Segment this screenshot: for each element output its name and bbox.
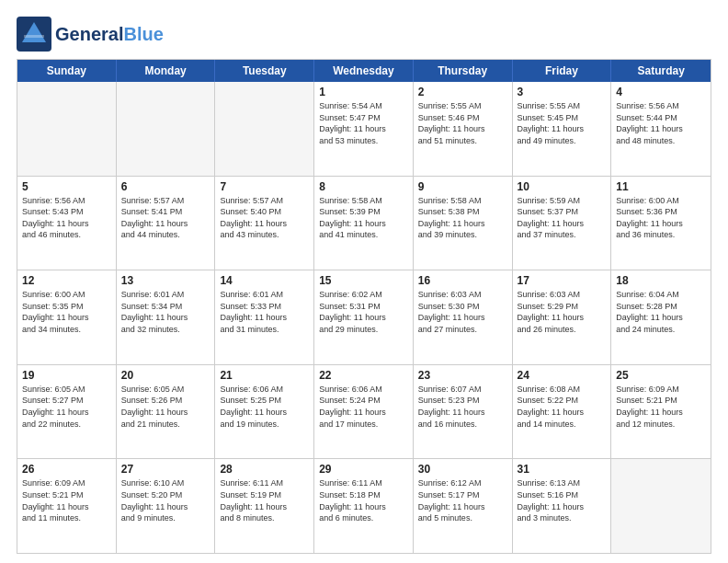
day-info: Sunrise: 5:56 AMSunset: 5:44 PMDaylight:…: [616, 100, 706, 146]
calendar-empty-cell: [117, 82, 216, 176]
calendar-day-12: 12Sunrise: 6:00 AMSunset: 5:35 PMDayligh…: [17, 270, 117, 364]
day-number: 18: [616, 274, 706, 287]
calendar-day-31: 31Sunrise: 6:13 AMSunset: 5:16 PMDayligh…: [513, 459, 612, 553]
day-info: Sunrise: 6:06 AMSunset: 5:24 PMDaylight:…: [319, 384, 408, 430]
calendar-day-24: 24Sunrise: 6:08 AMSunset: 5:22 PMDayligh…: [513, 365, 612, 459]
day-number: 25: [616, 369, 706, 382]
day-info: Sunrise: 6:04 AMSunset: 5:28 PMDaylight:…: [616, 289, 706, 335]
calendar-day-25: 25Sunrise: 6:09 AMSunset: 5:21 PMDayligh…: [611, 365, 711, 459]
header-day-tuesday: Tuesday: [215, 60, 314, 82]
header: GeneralBlue: [17, 17, 711, 52]
calendar-day-23: 23Sunrise: 6:07 AMSunset: 5:23 PMDayligh…: [414, 365, 513, 459]
calendar-empty-cell: [215, 82, 314, 176]
day-info: Sunrise: 5:55 AMSunset: 5:46 PMDaylight:…: [418, 100, 507, 146]
calendar-day-17: 17Sunrise: 6:03 AMSunset: 5:29 PMDayligh…: [513, 270, 612, 364]
day-number: 9: [418, 180, 507, 193]
day-info: Sunrise: 6:07 AMSunset: 5:23 PMDaylight:…: [418, 384, 507, 430]
logo-area: GeneralBlue: [17, 17, 164, 52]
calendar-day-15: 15Sunrise: 6:02 AMSunset: 5:31 PMDayligh…: [314, 270, 414, 364]
logo-icon: [17, 17, 51, 52]
calendar-day-8: 8Sunrise: 5:58 AMSunset: 5:39 PMDaylight…: [314, 177, 414, 270]
calendar-day-27: 27Sunrise: 6:10 AMSunset: 5:20 PMDayligh…: [117, 459, 216, 553]
calendar-day-22: 22Sunrise: 6:06 AMSunset: 5:24 PMDayligh…: [314, 365, 414, 459]
calendar-day-14: 14Sunrise: 6:01 AMSunset: 5:33 PMDayligh…: [215, 270, 314, 364]
day-info: Sunrise: 6:03 AMSunset: 5:30 PMDaylight:…: [418, 289, 507, 335]
day-info: Sunrise: 6:08 AMSunset: 5:22 PMDaylight:…: [518, 384, 607, 430]
day-info: Sunrise: 5:58 AMSunset: 5:39 PMDaylight:…: [319, 195, 408, 241]
day-number: 7: [220, 180, 309, 193]
day-info: Sunrise: 5:57 AMSunset: 5:41 PMDaylight:…: [121, 195, 210, 241]
header-day-wednesday: Wednesday: [314, 60, 414, 82]
day-number: 30: [418, 463, 507, 476]
day-info: Sunrise: 5:55 AMSunset: 5:45 PMDaylight:…: [518, 100, 607, 146]
calendar-day-9: 9Sunrise: 5:58 AMSunset: 5:38 PMDaylight…: [414, 177, 513, 270]
day-number: 15: [319, 274, 408, 287]
day-info: Sunrise: 6:00 AMSunset: 5:36 PMDaylight:…: [616, 195, 706, 241]
day-info: Sunrise: 6:10 AMSunset: 5:20 PMDaylight:…: [121, 477, 210, 523]
calendar-day-11: 11Sunrise: 6:00 AMSunset: 5:36 PMDayligh…: [611, 177, 711, 270]
day-number: 26: [22, 463, 111, 476]
calendar-day-2: 2Sunrise: 5:55 AMSunset: 5:46 PMDaylight…: [414, 82, 513, 176]
day-number: 23: [418, 369, 507, 382]
calendar-day-1: 1Sunrise: 5:54 AMSunset: 5:47 PMDaylight…: [314, 82, 414, 176]
calendar-body: 1Sunrise: 5:54 AMSunset: 5:47 PMDaylight…: [17, 82, 711, 553]
day-number: 3: [518, 86, 607, 98]
day-number: 29: [319, 463, 408, 476]
calendar-day-21: 21Sunrise: 6:06 AMSunset: 5:25 PMDayligh…: [215, 365, 314, 459]
day-number: 24: [518, 369, 607, 382]
calendar-row-4: 19Sunrise: 6:05 AMSunset: 5:27 PMDayligh…: [17, 365, 711, 460]
day-info: Sunrise: 5:57 AMSunset: 5:40 PMDaylight:…: [220, 195, 309, 241]
calendar-row-3: 12Sunrise: 6:00 AMSunset: 5:35 PMDayligh…: [17, 270, 711, 365]
calendar-day-4: 4Sunrise: 5:56 AMSunset: 5:44 PMDaylight…: [611, 82, 711, 176]
calendar-day-6: 6Sunrise: 5:57 AMSunset: 5:41 PMDaylight…: [117, 177, 216, 270]
day-info: Sunrise: 6:01 AMSunset: 5:34 PMDaylight:…: [121, 289, 210, 335]
day-number: 6: [121, 180, 210, 193]
day-info: Sunrise: 6:13 AMSunset: 5:16 PMDaylight:…: [518, 477, 607, 523]
day-info: Sunrise: 6:02 AMSunset: 5:31 PMDaylight:…: [319, 289, 408, 335]
calendar-empty-cell: [611, 459, 711, 553]
page: GeneralBlue SundayMondayTuesdayWednesday…: [0, 0, 728, 563]
day-info: Sunrise: 5:59 AMSunset: 5:37 PMDaylight:…: [518, 195, 607, 241]
day-info: Sunrise: 6:05 AMSunset: 5:27 PMDaylight:…: [22, 384, 111, 430]
day-info: Sunrise: 5:58 AMSunset: 5:38 PMDaylight:…: [418, 195, 507, 241]
calendar: SundayMondayTuesdayWednesdayThursdayFrid…: [17, 59, 711, 554]
day-info: Sunrise: 6:03 AMSunset: 5:29 PMDaylight:…: [518, 289, 607, 335]
calendar-day-29: 29Sunrise: 6:11 AMSunset: 5:18 PMDayligh…: [314, 459, 414, 553]
day-info: Sunrise: 6:00 AMSunset: 5:35 PMDaylight:…: [22, 289, 111, 335]
header-day-monday: Monday: [117, 60, 216, 82]
day-number: 20: [121, 369, 210, 382]
calendar-empty-cell: [17, 82, 117, 176]
calendar-day-10: 10Sunrise: 5:59 AMSunset: 5:37 PMDayligh…: [513, 177, 612, 270]
day-number: 14: [220, 274, 309, 287]
calendar-day-28: 28Sunrise: 6:11 AMSunset: 5:19 PMDayligh…: [215, 459, 314, 553]
header-day-thursday: Thursday: [414, 60, 513, 82]
day-number: 16: [418, 274, 507, 287]
day-number: 31: [518, 463, 607, 476]
logo-text: GeneralBlue: [55, 24, 164, 44]
calendar-row-1: 1Sunrise: 5:54 AMSunset: 5:47 PMDaylight…: [17, 82, 711, 177]
day-number: 17: [518, 274, 607, 287]
day-info: Sunrise: 6:06 AMSunset: 5:25 PMDaylight:…: [220, 384, 309, 430]
day-number: 4: [616, 86, 706, 98]
day-number: 21: [220, 369, 309, 382]
day-info: Sunrise: 6:11 AMSunset: 5:19 PMDaylight:…: [220, 477, 309, 523]
header-day-saturday: Saturday: [611, 60, 711, 82]
calendar-day-26: 26Sunrise: 6:09 AMSunset: 5:21 PMDayligh…: [17, 459, 117, 553]
calendar-row-2: 5Sunrise: 5:56 AMSunset: 5:43 PMDaylight…: [17, 177, 711, 271]
calendar-day-13: 13Sunrise: 6:01 AMSunset: 5:34 PMDayligh…: [117, 270, 216, 364]
day-info: Sunrise: 6:05 AMSunset: 5:26 PMDaylight:…: [121, 384, 210, 430]
day-info: Sunrise: 6:11 AMSunset: 5:18 PMDaylight:…: [319, 477, 408, 523]
day-info: Sunrise: 6:09 AMSunset: 5:21 PMDaylight:…: [22, 477, 111, 523]
day-number: 12: [22, 274, 111, 287]
day-info: Sunrise: 5:56 AMSunset: 5:43 PMDaylight:…: [22, 195, 111, 241]
day-number: 22: [319, 369, 408, 382]
day-number: 28: [220, 463, 309, 476]
day-number: 2: [418, 86, 507, 98]
day-info: Sunrise: 6:12 AMSunset: 5:17 PMDaylight:…: [418, 477, 507, 523]
svg-rect-2: [24, 35, 44, 38]
day-info: Sunrise: 6:09 AMSunset: 5:21 PMDaylight:…: [616, 384, 706, 430]
day-number: 27: [121, 463, 210, 476]
day-number: 5: [22, 180, 111, 193]
day-info: Sunrise: 5:54 AMSunset: 5:47 PMDaylight:…: [319, 100, 408, 146]
day-number: 19: [22, 369, 111, 382]
